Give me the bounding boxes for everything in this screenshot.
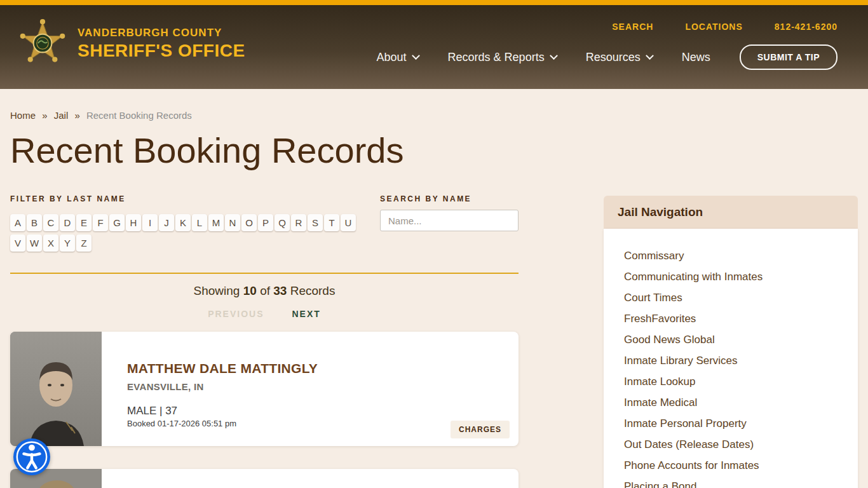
booking-record-card-partial bbox=[10, 469, 519, 488]
breadcrumb: Home » Jail » Recent Booking Records bbox=[10, 110, 192, 121]
site-header: VANDERBURGH COUNTY SHERIFF'S OFFICE SEAR… bbox=[0, 5, 868, 89]
letter-filter-button[interactable]: O bbox=[241, 214, 257, 231]
letter-filter-button[interactable]: X bbox=[43, 234, 58, 252]
breadcrumb-separator: » bbox=[74, 110, 79, 121]
breadcrumb-jail[interactable]: Jail bbox=[54, 110, 69, 121]
next-button[interactable]: NEXT bbox=[292, 309, 321, 319]
breadcrumb-home[interactable]: Home bbox=[10, 110, 36, 121]
site-logo[interactable]: VANDERBURGH COUNTY SHERIFF'S OFFICE bbox=[18, 18, 245, 70]
sheriff-star-icon bbox=[18, 18, 67, 70]
letter-filter-button[interactable]: A bbox=[10, 214, 25, 231]
jail-nav-link[interactable]: Commissary bbox=[624, 245, 858, 266]
letter-filter-button[interactable]: H bbox=[126, 214, 141, 231]
logo-line1: VANDERBURGH COUNTY bbox=[78, 27, 245, 39]
previous-button[interactable]: PREVIOUS bbox=[208, 309, 264, 319]
search-link[interactable]: SEARCH bbox=[612, 22, 653, 32]
main-nav: About Records & Reports Resources News S… bbox=[377, 44, 837, 70]
jail-nav-link[interactable]: Good News Global bbox=[624, 329, 858, 350]
search-by-name-label: SEARCH BY NAME bbox=[380, 194, 471, 203]
letter-filter-button[interactable]: D bbox=[60, 214, 75, 231]
letter-filter-button[interactable]: G bbox=[109, 214, 125, 231]
letter-filter-button[interactable]: K bbox=[175, 214, 191, 231]
letter-filter-button[interactable]: Z bbox=[76, 234, 92, 252]
booking-record-card: MATTHEW DALE MATTINGLY EVANSVILLE, IN MA… bbox=[10, 332, 519, 446]
letter-filter-button[interactable]: N bbox=[225, 214, 240, 231]
jail-nav-link[interactable]: FreshFavorites bbox=[624, 308, 858, 329]
submit-a-tip-button[interactable]: SUBMIT A TIP bbox=[740, 44, 837, 70]
jail-nav-link[interactable]: Court Times bbox=[624, 287, 858, 308]
letter-filter-button[interactable]: P bbox=[258, 214, 273, 231]
accessibility-icon bbox=[13, 438, 50, 475]
jail-nav-link[interactable]: Inmate Personal Property bbox=[624, 413, 858, 434]
nav-item-resources[interactable]: Resources bbox=[586, 51, 653, 64]
letter-filter-button[interactable]: W bbox=[27, 234, 42, 252]
nav-item-records-reports[interactable]: Records & Reports bbox=[448, 51, 557, 64]
results-count: Showing 10 of 33 Records bbox=[10, 284, 519, 298]
nav-item-news[interactable]: News bbox=[682, 51, 710, 64]
jail-nav-link[interactable]: Communicating with Inmates bbox=[624, 266, 858, 287]
inmate-city: EVANSVILLE, IN bbox=[127, 381, 508, 392]
letter-filter-button[interactable]: B bbox=[27, 214, 42, 231]
letter-filter-button[interactable]: M bbox=[208, 214, 224, 231]
letter-filter-button[interactable]: L bbox=[192, 214, 207, 231]
inmate-sex-age: MALE | 37 bbox=[127, 405, 508, 417]
jail-nav-link[interactable]: Placing a Bond bbox=[624, 476, 858, 488]
letter-filter-button[interactable]: Q bbox=[275, 214, 290, 231]
letter-filter-button[interactable]: Y bbox=[60, 234, 75, 252]
jail-navigation-title: Jail Navigation bbox=[604, 196, 858, 229]
filter-by-last-name-label: FILTER BY LAST NAME bbox=[10, 194, 126, 203]
accessibility-widget-button[interactable] bbox=[13, 438, 50, 475]
letter-filter-button[interactable]: F bbox=[93, 214, 108, 231]
phone-link[interactable]: 812-421-6200 bbox=[775, 22, 837, 32]
logo-line2: SHERIFF'S OFFICE bbox=[78, 41, 245, 61]
nav-item-about[interactable]: About bbox=[377, 51, 419, 64]
breadcrumb-current: Recent Booking Records bbox=[86, 110, 192, 121]
pagination: PREVIOUS NEXT bbox=[10, 309, 519, 319]
letter-filter-button[interactable]: R bbox=[291, 214, 306, 231]
letter-filter-button[interactable]: U bbox=[341, 214, 356, 231]
gold-accent-bar bbox=[0, 0, 868, 5]
inmate-name[interactable]: MATTHEW DALE MATTINGLY bbox=[127, 361, 508, 376]
total-count: 33 bbox=[273, 284, 287, 297]
letter-filter-button[interactable]: V bbox=[10, 234, 25, 252]
letter-filter-button[interactable]: J bbox=[159, 214, 174, 231]
jail-nav-link[interactable]: Inmate Library Services bbox=[624, 350, 858, 371]
jail-nav-link[interactable]: Inmate Medical bbox=[624, 392, 858, 413]
charges-button[interactable]: CHARGES bbox=[451, 421, 510, 438]
page-title: Recent Booking Records bbox=[10, 130, 403, 171]
chevron-down-icon bbox=[550, 51, 558, 60]
mugshot-photo bbox=[10, 332, 102, 446]
shown-count: 10 bbox=[243, 284, 257, 297]
jail-nav-link[interactable]: Out Dates (Release Dates) bbox=[624, 434, 858, 455]
chevron-down-icon bbox=[412, 51, 420, 60]
letter-filter-button[interactable]: S bbox=[308, 214, 323, 231]
letter-filter-button[interactable]: C bbox=[43, 214, 58, 231]
jail-navigation-list: CommissaryCommunicating with InmatesCour… bbox=[604, 229, 858, 488]
jail-nav-link[interactable]: Phone Accounts for Inmates bbox=[624, 455, 858, 476]
jail-navigation-panel: Jail Navigation CommissaryCommunicating … bbox=[604, 196, 858, 488]
letter-filter-group: ABCDEFGHIJKLMNOPQRSTUVWXYZ bbox=[10, 214, 360, 255]
letter-filter-button[interactable]: T bbox=[324, 214, 339, 231]
chevron-down-icon bbox=[646, 51, 654, 60]
name-search-input[interactable] bbox=[380, 210, 519, 231]
gold-divider bbox=[10, 273, 519, 274]
letter-filter-button[interactable]: E bbox=[76, 214, 92, 231]
breadcrumb-separator: » bbox=[42, 110, 47, 121]
jail-nav-link[interactable]: Inmate Lookup bbox=[624, 371, 858, 392]
utility-nav: SEARCH LOCATIONS 812-421-6200 bbox=[612, 22, 837, 32]
letter-filter-button[interactable]: I bbox=[142, 214, 158, 231]
locations-link[interactable]: LOCATIONS bbox=[685, 22, 742, 32]
